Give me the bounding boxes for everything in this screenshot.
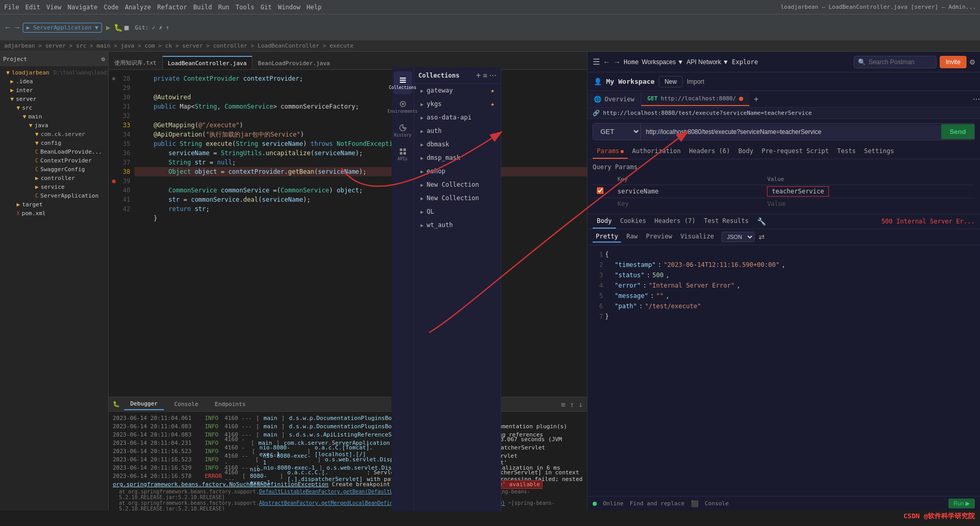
pm-sidebar-extra[interactable]: APIs [394, 143, 412, 166]
toolbar-forward[interactable]: → [13, 23, 21, 32]
debug-tab-console[interactable]: Console [168, 399, 204, 410]
menu-analyze[interactable]: Analyze [125, 4, 151, 11]
pm-new-btn[interactable]: New [659, 76, 683, 87]
pm-collection-ql[interactable]: ▶ QL [414, 205, 501, 218]
pm-sidebar-collections[interactable]: Collections [394, 71, 412, 94]
pm-collection-dbmask[interactable]: ▶ dbmask [414, 138, 501, 151]
debug-tab-debugger[interactable]: Debugger [124, 398, 164, 410]
pm-invite-btn[interactable]: Invite [940, 56, 967, 68]
pm-send-btn[interactable]: Send [941, 124, 974, 139]
menu-refactor[interactable]: Refactor [157, 4, 187, 11]
pm-home-link[interactable]: Home [624, 58, 639, 66]
pm-param-value[interactable]: teacherService [767, 186, 828, 197]
pm-api-network-btn[interactable]: API Network ▼ [687, 58, 729, 66]
tree-beanloadprovider[interactable]: C BeanLoadProvide... [0, 147, 108, 156]
pm-collection-eshop[interactable]: ▶ eshop [414, 164, 501, 178]
menu-run[interactable]: Run [218, 4, 230, 11]
pm-rt-headers[interactable]: Headers (6) [685, 144, 734, 159]
pm-collection-ykgs[interactable]: ▶ ykgs ★ [414, 97, 501, 111]
pm-param-checkbox[interactable] [597, 187, 604, 194]
pm-back[interactable]: ← [603, 58, 610, 66]
menu-code[interactable]: Code [104, 4, 119, 11]
pm-method-select[interactable]: GET POST PUT DELETE [593, 124, 641, 140]
pm-sidebar-history[interactable]: History [394, 119, 412, 142]
pm-collections-options[interactable]: ⋯ [489, 71, 496, 80]
tree-service[interactable]: ▶ service [0, 183, 108, 191]
pm-rt-params[interactable]: Params [593, 144, 628, 159]
menu-tools[interactable]: Tools [236, 4, 254, 11]
pm-import-btn[interactable]: Import [687, 78, 704, 85]
pm-json-select[interactable]: JSON XML HTML [721, 232, 755, 242]
pm-resp-tab-cookies[interactable]: Cookies [616, 214, 651, 229]
pm-workspaces-btn[interactable]: Workspaces ▼ [642, 58, 684, 66]
pm-collection-new2[interactable]: ▶ New Collection [414, 191, 501, 205]
tree-root[interactable]: ▼ loadjarbean D:\tool\wanq\loadjarbe... [0, 68, 108, 77]
pm-collection-dmsp[interactable]: ▶ dmsp_mask [414, 151, 501, 164]
menu-git[interactable]: Git [261, 4, 272, 11]
code-editor[interactable]: private ContextProvider contextProvider;… [134, 70, 587, 397]
pm-url-input[interactable] [641, 125, 941, 139]
pm-collections-menu[interactable]: ≡ [483, 71, 487, 80]
run-button[interactable]: ▶ [106, 23, 110, 32]
pm-run-btn[interactable]: Run ▶ [948, 499, 975, 508]
menu-file[interactable]: File [4, 4, 19, 11]
pm-fmt-raw[interactable]: Raw [623, 231, 641, 243]
pm-tab-overview[interactable]: 🌐 Overview [587, 93, 641, 106]
pm-fmt-pretty[interactable]: Pretty [593, 231, 621, 243]
debug-button[interactable]: 🐛 [114, 23, 123, 32]
tree-swaggerconfig[interactable]: C SwaggerConfig [0, 165, 108, 174]
pm-collection-new1[interactable]: ▶ New Collection [414, 178, 501, 191]
pm-rt-settings[interactable]: Settings [860, 144, 898, 159]
tree-server[interactable]: ▼ server [0, 95, 108, 103]
pm-console-link[interactable]: Console [705, 500, 729, 507]
menu-navigate[interactable]: Navigate [68, 4, 98, 11]
tree-java[interactable]: ▼ java [0, 121, 108, 130]
pm-sidebar-environments[interactable]: Environments [394, 95, 412, 118]
pm-explore-link[interactable]: Explore [732, 58, 758, 66]
tree-target[interactable]: ▶ target [0, 200, 108, 209]
menu-window[interactable]: Window [278, 4, 300, 11]
tree-idea[interactable]: ▶ .idea [0, 77, 108, 86]
pm-fmt-visualize[interactable]: Visualize [677, 231, 717, 243]
tree-contextprovider[interactable]: C ContextProvider [0, 156, 108, 165]
pm-rt-auth[interactable]: Authorization [628, 144, 685, 159]
menu-help[interactable]: Help [307, 4, 322, 11]
pm-rt-body[interactable]: Body [734, 144, 758, 159]
toolbar-back[interactable]: ← [4, 23, 11, 32]
pm-fmt-preview[interactable]: Preview [643, 231, 675, 243]
pm-tab-add[interactable]: + [749, 95, 762, 104]
code-tab-txt[interactable]: 使用知识库.txt [109, 55, 162, 69]
run-config[interactable]: ▶ ServerApplication ▼ [23, 23, 102, 33]
tree-main[interactable]: ▼ main [0, 112, 108, 121]
pm-tab-request[interactable]: GET http://localhost:8080/ [641, 92, 750, 106]
tree-config[interactable]: ▼ config [0, 139, 108, 147]
pm-forward[interactable]: → [613, 58, 621, 66]
pm-search-input[interactable] [854, 56, 937, 68]
pm-collection-wt-auth[interactable]: ▶ wt_auth [414, 218, 501, 232]
pm-rt-prerequest[interactable]: Pre-request Script [758, 144, 833, 159]
pm-add-collection[interactable]: + [476, 71, 480, 80]
tree-src[interactable]: ▼ src [0, 103, 108, 112]
pm-hamburger[interactable]: ☰ [593, 57, 600, 67]
tree-pom[interactable]: X pom.xml [0, 209, 108, 218]
menu-build[interactable]: Build [193, 4, 212, 11]
pm-tab-menu[interactable]: ⋯ [973, 95, 980, 103]
debug-scroll-controls[interactable]: ≡ ↑ ↓ [561, 400, 583, 409]
pm-resp-tab-headers[interactable]: Headers (7) [650, 214, 699, 229]
pm-collection-aso[interactable]: ▶ aso-data-api [414, 111, 501, 124]
tree-com-ck-server[interactable]: ▼ com.ck.server [0, 130, 108, 139]
pm-collection-auth[interactable]: ▶ auth [414, 124, 501, 138]
tree-inter[interactable]: ▶ inter [0, 86, 108, 95]
settings-icon[interactable]: ⚙ [101, 55, 105, 63]
pm-find-replace[interactable]: Find and replace [630, 500, 685, 507]
tree-controller[interactable]: ▶ controller [0, 174, 108, 183]
code-tab-provider[interactable]: BeanLoadProvider.java [252, 56, 336, 69]
debug-tab-endpoints[interactable]: Endpoints [208, 399, 252, 410]
menu-edit[interactable]: Edit [25, 4, 40, 11]
pm-settings-icon[interactable]: ⚙ [970, 57, 975, 67]
code-tab-controller[interactable]: LoadBeanController.java [162, 56, 252, 69]
pm-resp-tab-body[interactable]: Body [593, 214, 616, 229]
pm-format-icon[interactable]: ⇄ [759, 233, 765, 241]
menu-view[interactable]: View [47, 4, 62, 11]
pm-collection-gateway[interactable]: ▶ gateway ★ [414, 84, 501, 97]
